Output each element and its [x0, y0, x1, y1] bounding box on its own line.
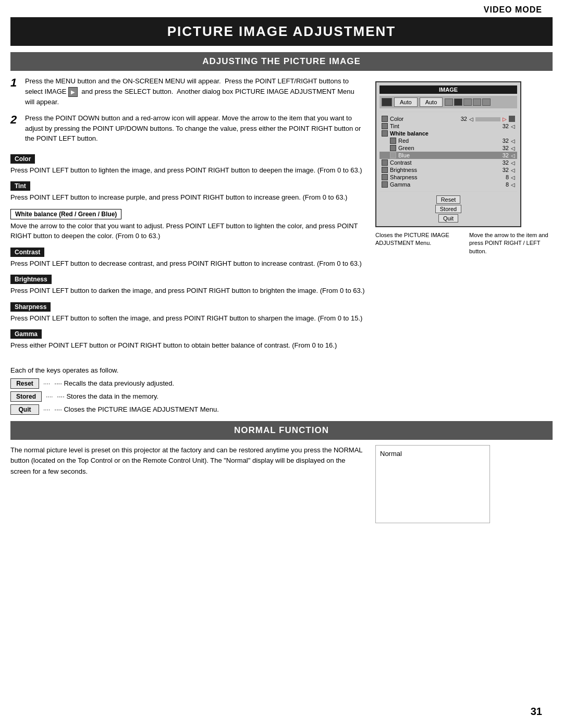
keys-intro: Each of the keys operates as follow. — [10, 366, 553, 374]
tint-section: Tint Press POINT LEFT button to increase… — [10, 177, 365, 203]
step2-text: Press the POINT DOWN button and a red-ar… — [25, 113, 365, 144]
diagram-container: IMAGE Auto Auto — [375, 81, 553, 255]
step1: 1 Press the MENU button and the ON-SCREE… — [10, 76, 365, 107]
tint-row-label: Tint — [390, 123, 494, 129]
gamma-section: Gamma Press either POINT LEFT button or … — [10, 325, 365, 351]
annotation-left: Closes the PICTURE IMAGE ADJUSTMENT Menu… — [375, 231, 459, 255]
sharpness-value: 8 — [496, 174, 509, 180]
step2: 2 Press the POINT DOWN button and a red-… — [10, 113, 365, 144]
stored-key[interactable]: Stored — [10, 391, 42, 402]
icon-sq-1 — [445, 98, 453, 106]
gamma-label: Gamma — [10, 329, 42, 339]
color-desc: Press POINT LEFT button to lighten the i… — [10, 165, 365, 176]
contrast-label: Contrast — [10, 248, 44, 257]
icon-sq-3 — [463, 98, 472, 106]
menu-title-bar: IMAGE — [380, 85, 517, 94]
menu-row-blue: Blue 32 ◁ — [380, 152, 517, 159]
blue-value: 32 — [496, 152, 509, 158]
brightness-label: Brightness — [10, 275, 52, 284]
stored-key-row: Stored ···· ···· Stores the data in the … — [10, 391, 553, 402]
sharpness-label: Sharpness — [10, 302, 51, 312]
color-left-arrow: ◁ — [469, 116, 473, 122]
normal-content-area: The normal picture level is preset on th… — [10, 440, 553, 528]
white-balance-label: White balance (Red / Green / Blue) — [10, 209, 121, 219]
red-label: Red — [398, 138, 494, 144]
reset-menu-btn[interactable]: Reset — [436, 195, 461, 204]
keys-section: Each of the keys operates as follow. Res… — [10, 366, 553, 415]
page-number: 31 — [531, 706, 542, 718]
brightness-icon — [382, 167, 388, 173]
quit-key[interactable]: Quit — [10, 404, 39, 415]
reset-key[interactable]: Reset — [10, 378, 39, 389]
red-left-arrow: ◁ — [511, 138, 515, 144]
icon-sq-5 — [482, 98, 491, 106]
brightness-desc: Press POINT LEFT button to darken the im… — [10, 286, 365, 296]
color-section: Color Press POINT LEFT button to lighten… — [10, 150, 365, 176]
stored-menu-btn[interactable]: Stored — [435, 205, 461, 213]
color-slider — [475, 116, 500, 122]
red-icon — [390, 138, 396, 144]
menu-row-wb-header: White balance — [380, 130, 517, 137]
sharpness-section: Sharpness Press POINT LEFT button to sof… — [10, 298, 365, 324]
contrast-left-arrow: ◁ — [511, 160, 515, 166]
icon-sq-2 — [454, 98, 462, 106]
wb-icon — [382, 130, 388, 137]
menu-row-green: Green 32 ◁ — [380, 144, 517, 152]
color-row-label: Color — [390, 116, 452, 122]
icon-sq-4 — [473, 98, 481, 106]
contrast-icon — [382, 159, 388, 166]
video-mode-label: VIDEO MODE — [0, 0, 563, 17]
tint-desc: Press POINT LEFT button to increase purp… — [10, 192, 365, 203]
auto-btn-1[interactable]: Auto — [394, 97, 418, 107]
quit-desc: ···· Closes the PICTURE IMAGE ADJUSTMENT… — [54, 405, 218, 413]
reset-dots: ···· — [43, 380, 50, 387]
white-balance-section: White balance (Red / Green / Blue) Move … — [10, 205, 365, 241]
red-value: 32 — [496, 138, 509, 144]
white-balance-desc: Move the arrow to the color that you wan… — [10, 221, 365, 241]
step2-number: 2 — [10, 113, 21, 144]
brightness-left-arrow: ◁ — [511, 167, 515, 173]
gamma-value: 8 — [496, 181, 509, 188]
brightness-section: Brightness Press POINT LEFT button to da… — [10, 270, 365, 296]
quit-menu-btn[interactable]: Quit — [438, 214, 458, 223]
diagram-annotations: Closes the PICTURE IMAGE ADJUSTMENT Menu… — [375, 231, 553, 255]
stored-desc: ···· Stores the data in the memory. — [57, 392, 158, 400]
brightness-value: 32 — [496, 167, 509, 173]
menu-icons — [445, 98, 491, 106]
normal-left-text: The normal picture level is preset on th… — [10, 440, 365, 528]
green-icon — [390, 145, 396, 151]
contrast-row-label: Contrast — [390, 159, 494, 166]
reset-key-row: Reset ···· ···· Recalls the data previou… — [10, 378, 553, 389]
sharpness-icon — [382, 174, 388, 180]
auto-btn-2[interactable]: Auto — [420, 97, 443, 107]
section2-header: NORMAL FUNCTION — [10, 421, 553, 440]
quit-dots: ···· — [43, 406, 50, 413]
quit-key-row: Quit ···· ···· Closes the PICTURE IMAGE … — [10, 404, 553, 415]
section1-header: ADJUSTING THE PICTURE IMAGE — [10, 52, 553, 71]
sharpness-row-label: Sharpness — [390, 174, 494, 180]
gamma-row-label: Gamma — [390, 181, 494, 188]
menu-row-color: Color 32 ◁ ▷ — [380, 115, 517, 122]
menu-row-sharpness: Sharpness 8 ◁ — [380, 174, 517, 181]
tint-row-value: 32 — [496, 123, 509, 129]
annotation-right: Move the arrow to the item and press POI… — [469, 231, 553, 255]
tint-row-icon — [382, 123, 388, 129]
main-title: PICTURE IMAGE ADJUSTMENT — [10, 17, 553, 46]
tint-label: Tint — [10, 181, 30, 191]
gamma-desc: Press either POINT LEFT button or POINT … — [10, 340, 365, 351]
wb-label: White balance — [390, 130, 515, 137]
normal-display-label: Normal — [380, 450, 402, 458]
menu-row-brightness: Brightness 32 ◁ — [380, 166, 517, 174]
green-left-arrow: ◁ — [511, 145, 515, 151]
reset-desc: ···· Recalls the data previously adjuste… — [54, 379, 174, 387]
menu-row-gamma: Gamma 8 ◁ — [380, 181, 517, 188]
contrast-value: 32 — [496, 159, 509, 166]
right-column: IMAGE Auto Auto — [375, 71, 553, 358]
stored-dots: ···· — [46, 393, 53, 400]
sharpness-left-arrow: ◁ — [511, 175, 515, 180]
left-column: 1 Press the MENU button and the ON-SCREE… — [10, 71, 365, 358]
menu-top-row: Auto Auto — [380, 96, 517, 108]
blue-label: Blue — [398, 152, 494, 158]
color-label: Color — [10, 154, 35, 164]
brightness-row-label: Brightness — [390, 167, 494, 173]
